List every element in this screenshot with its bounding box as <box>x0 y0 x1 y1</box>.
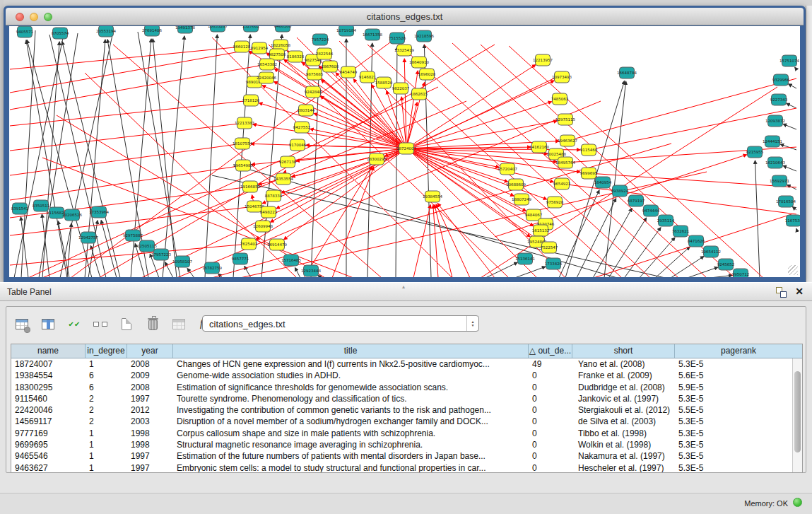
network-node[interactable]: 8215955 <box>746 146 764 158</box>
vertical-scrollbar[interactable] <box>792 358 802 472</box>
network-node[interactable]: 12093872 <box>765 115 785 127</box>
network-node[interactable]: 17353964 <box>89 206 109 218</box>
network-node[interactable]: 8454749 <box>340 66 358 78</box>
network-node[interactable]: 9857771 <box>232 253 249 264</box>
network-node[interactable]: 10688609 <box>506 179 526 190</box>
network-node[interactable]: 20553194 <box>96 26 116 37</box>
network-node[interactable]: 8186328 <box>287 51 305 62</box>
network-node[interactable]: 92975887 <box>123 230 143 241</box>
network-node[interactable]: 2935114 <box>657 215 675 226</box>
network-node[interactable]: 1588520 <box>375 77 393 88</box>
table-row[interactable]: 946554611997Estimation of the future num… <box>11 450 802 462</box>
network-node[interactable]: 8705574 <box>52 28 69 39</box>
column-header-short[interactable]: short <box>572 344 675 358</box>
column-header-title[interactable]: title <box>173 344 529 358</box>
network-node[interactable]: 19491378 <box>175 26 195 33</box>
table-row[interactable]: 1938455462009Genome-wide association stu… <box>11 370 802 381</box>
network-node[interactable]: 2822546 <box>316 48 334 59</box>
network-node[interactable]: 13325419 <box>394 45 414 56</box>
network-node[interactable]: 7522547 <box>541 242 558 253</box>
network-node[interactable]: 1167534 <box>785 215 800 226</box>
network-node[interactable]: 9115460 <box>580 144 598 156</box>
network-node[interactable]: 18724007 <box>396 143 416 154</box>
network-node[interactable]: 8938924 <box>611 185 629 197</box>
network-node[interactable]: 10958107 <box>172 256 192 267</box>
network-node[interactable]: 1733426 <box>545 258 563 269</box>
network-node[interactable]: 1527602 <box>242 26 260 32</box>
network-node[interactable]: 7632621 <box>672 226 690 237</box>
column-header-name[interactable]: name <box>11 344 86 358</box>
network-node[interactable]: 9756928 <box>546 197 564 208</box>
network-node[interactable]: 8878334 <box>265 190 283 201</box>
float-panel-icon[interactable] <box>776 287 787 298</box>
network-node[interactable]: 1615132 <box>532 225 550 236</box>
network-node[interactable]: 12444151 <box>763 136 782 147</box>
network-node[interactable]: 19218596 <box>414 30 434 42</box>
new-document-icon[interactable] <box>118 315 135 332</box>
network-node[interactable]: 9170046 <box>289 139 307 151</box>
network-node[interactable]: 9146821 <box>359 71 377 83</box>
table-row[interactable]: 1872400712008Changes of HCN gene express… <box>11 358 802 370</box>
network-node[interactable]: 16210643 <box>765 157 785 168</box>
network-node[interactable]: 17957223 <box>151 249 171 260</box>
network-node[interactable]: 9245652 <box>717 259 735 270</box>
network-node[interactable]: 19166852 <box>240 181 260 192</box>
network-node[interactable]: 7485063 <box>551 93 569 105</box>
network-node[interactable]: 6466160 <box>274 26 292 32</box>
network-node[interactable]: 27691406 <box>142 26 162 36</box>
column-header-in_degree[interactable]: in_degree <box>86 344 127 358</box>
network-node[interactable]: 10654112 <box>701 246 721 257</box>
resize-grip-icon[interactable] <box>788 265 798 275</box>
network-node[interactable]: 9950712 <box>732 269 750 277</box>
table-settings-icon[interactable] <box>13 315 30 332</box>
network-node[interactable]: 7957224 <box>312 34 329 45</box>
network-file-select[interactable]: citations_edges.txt ▲▼ <box>202 315 479 332</box>
network-node[interactable]: 10973493 <box>552 71 572 83</box>
network-node[interactable]: 18107554 <box>233 138 252 149</box>
network-node[interactable]: 12213957 <box>533 54 553 66</box>
network-node[interactable]: 9242848 <box>305 86 322 98</box>
network-node[interactable]: 8427552 <box>293 122 311 133</box>
column-header-year[interactable]: year <box>127 344 173 358</box>
network-node[interactable]: 12213383 <box>235 117 254 129</box>
network-node[interactable]: 15692971 <box>770 175 789 187</box>
network-node[interactable]: 1696028 <box>418 69 436 80</box>
network-node[interactable]: 18300295 <box>367 153 387 165</box>
network-canvas[interactable]: 1872400718300295193845548660128891295418… <box>9 26 800 277</box>
network-node[interactable]: 12609948 <box>253 221 273 232</box>
table-row[interactable]: 911546021997Tourette syndrome. Phenomeno… <box>11 393 802 404</box>
network-node[interactable]: 2867608 <box>322 61 339 72</box>
table-row[interactable]: 977716911998Corpus callosum shape and si… <box>11 428 802 439</box>
table-row[interactable]: 946362711997Embryonic stem cells: a mode… <box>11 462 802 473</box>
network-node[interactable]: 15716485 <box>281 255 301 266</box>
network-node[interactable]: 8498222 <box>260 206 278 218</box>
table-row[interactable]: 1456911722003Disruption of a novel membe… <box>11 416 802 427</box>
network-node[interactable]: 9474444 <box>642 205 660 216</box>
network-node[interactable]: 9227343 <box>770 94 788 105</box>
splitter-handle-icon[interactable]: ▴ <box>402 284 405 290</box>
network-node[interactable]: 14353554 <box>273 173 293 185</box>
network-node[interactable]: 16648784 <box>617 67 637 78</box>
network-node[interactable]: 16671358 <box>363 29 382 40</box>
column-header-out_de[interactable]: △ out_de... <box>529 344 572 358</box>
table-row[interactable]: 969969511998Structural magnetic resonanc… <box>11 439 802 450</box>
network-node[interactable]: 12942757 <box>78 232 98 243</box>
column-select-icon[interactable] <box>40 315 57 332</box>
network-node[interactable]: 2718126 <box>242 95 260 106</box>
network-node[interactable]: 7625402 <box>240 238 258 250</box>
network-node[interactable]: 12923448 <box>301 265 321 276</box>
network-node[interactable]: 9654923 <box>553 178 571 189</box>
network-node[interactable]: 18807249 <box>512 194 531 205</box>
network-node[interactable]: 8471626 <box>688 235 705 247</box>
network-node[interactable]: 1862615 <box>411 88 428 100</box>
network-node[interactable]: 15751074 <box>779 55 799 66</box>
close-panel-icon[interactable]: ✕ <box>795 286 804 297</box>
network-node[interactable]: 9699695 <box>580 168 598 179</box>
network-node[interactable]: 8350511 <box>33 200 50 211</box>
network-node[interactable]: 18640910 <box>409 57 429 68</box>
network-node[interactable]: 15720407 <box>498 163 517 175</box>
delete-trash-icon[interactable] <box>144 315 161 332</box>
network-node[interactable]: 19463627 <box>558 135 577 146</box>
window-titlebar[interactable]: citations_edges.txt <box>6 8 804 25</box>
network-node[interactable]: 10653287 <box>208 26 228 32</box>
